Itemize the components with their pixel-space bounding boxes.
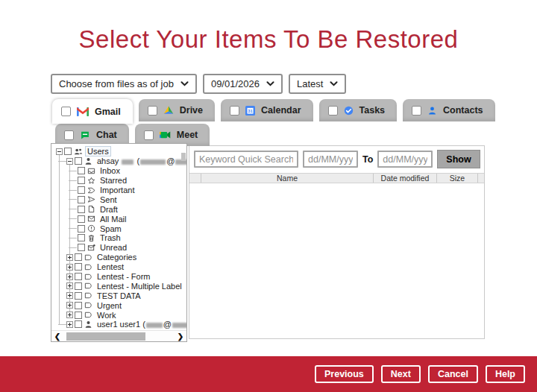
tree-label[interactable]: TEST DATA (95, 291, 142, 300)
tree-item-work[interactable]: Work (56, 310, 180, 320)
column-header-name[interactable]: Name (201, 174, 374, 183)
scroll-left-arrow-icon[interactable]: ❮ (51, 332, 63, 341)
date-from-input[interactable] (303, 151, 358, 168)
tree-checkbox[interactable] (78, 225, 85, 233)
tree-item-all-mail[interactable]: All Mail (56, 214, 180, 224)
tree-label[interactable]: Unread (98, 243, 128, 252)
drive-checkbox[interactable] (148, 106, 157, 116)
tree-label[interactable]: Spam (98, 224, 123, 233)
tree-label[interactable]: Starred (98, 176, 128, 185)
tree-checkbox[interactable] (78, 196, 85, 203)
tree-item-ahsay-account[interactable]: ahsay (@) (56, 157, 180, 166)
tree-checkbox[interactable] (75, 157, 82, 165)
tab-contacts[interactable]: Contacts (403, 99, 494, 121)
tree-item-lentest[interactable]: Lentest (56, 262, 180, 272)
collapse-toggle-icon[interactable] (56, 148, 63, 155)
cancel-button[interactable]: Cancel (428, 365, 478, 383)
tree-label[interactable]: Important (98, 186, 136, 195)
tree-checkbox[interactable] (75, 292, 82, 300)
tree-label[interactable]: Lentest - Form (95, 272, 152, 281)
tree-label[interactable]: Users (85, 146, 111, 157)
expand-toggle-icon[interactable] (66, 321, 73, 328)
tree-checkbox[interactable] (64, 148, 72, 155)
tree-item-user1-account[interactable]: user1 user1 (@) (56, 320, 180, 329)
job-date-select[interactable]: 09/01/2026 (203, 74, 283, 94)
tree-label[interactable]: Lentest (95, 262, 125, 271)
tree-label[interactable]: Work (95, 311, 117, 320)
tree-checkbox[interactable] (75, 253, 82, 261)
tree-item-test-data[interactable]: TEST DATA (56, 291, 180, 300)
tab-gmail[interactable]: Gmail (52, 99, 133, 124)
vertical-scrollbar-thumb[interactable] (181, 153, 186, 161)
job-source-select[interactable]: Choose from files as of job (51, 74, 197, 94)
calendar-checkbox[interactable] (230, 106, 239, 116)
tree-checkbox[interactable] (75, 302, 82, 309)
tree-label[interactable]: Sent (98, 195, 119, 204)
tree-item-users[interactable]: Users (56, 147, 180, 157)
tree-checkbox[interactable] (78, 177, 85, 184)
tree-item-spam[interactable]: Spam (56, 224, 180, 233)
expand-toggle-icon[interactable] (66, 292, 73, 299)
tree-label[interactable]: Trash (98, 233, 122, 242)
column-header-date-modified[interactable]: Date modified (374, 174, 437, 183)
tree-item-categories[interactable]: Categories (56, 253, 180, 262)
chat-checkbox[interactable] (64, 130, 74, 140)
column-header-blank-0[interactable] (189, 174, 201, 183)
tree-label[interactable]: All Mail (98, 215, 128, 224)
tree-checkbox[interactable] (78, 167, 85, 174)
tree-item-urgent[interactable]: Urgent (56, 300, 180, 310)
tree-label[interactable]: Lentest - Multiple Label (95, 282, 183, 291)
date-to-input[interactable] (377, 151, 433, 168)
expand-toggle-icon[interactable] (66, 312, 73, 318)
meet-checkbox[interactable] (144, 130, 154, 140)
column-header-blank-4[interactable] (478, 174, 484, 183)
tree-label[interactable]: user1 user1 (@) (95, 320, 187, 329)
next-button[interactable]: Next (381, 365, 421, 383)
horizontal-scrollbar-thumb[interactable] (66, 332, 145, 341)
tree-checkbox[interactable] (75, 263, 82, 271)
gmail-checkbox[interactable] (61, 107, 71, 116)
tree-checkbox[interactable] (78, 244, 85, 251)
tree-item-important[interactable]: Important (56, 186, 180, 195)
tree-item-lentest-form[interactable]: Lentest - Form (56, 272, 180, 282)
column-header-size[interactable]: Size (437, 174, 478, 183)
expand-toggle-icon[interactable] (66, 282, 73, 289)
tree-item-sent[interactable]: Sent (56, 195, 180, 204)
scroll-right-arrow-icon[interactable]: ❯ (175, 332, 186, 341)
tree-label[interactable]: ahsay (@) (95, 157, 187, 165)
tree-checkbox[interactable] (75, 312, 82, 319)
tasks-checkbox[interactable] (328, 106, 338, 116)
help-button[interactable]: Help (486, 365, 525, 383)
expand-toggle-icon[interactable] (66, 302, 73, 309)
tree-checkbox[interactable] (75, 320, 82, 328)
expand-toggle-icon[interactable] (66, 274, 73, 280)
tree-item-unread[interactable]: Unread (56, 243, 180, 253)
tree-checkbox[interactable] (75, 273, 82, 280)
tree-label[interactable]: Draft (98, 205, 119, 214)
tree-checkbox[interactable] (75, 282, 82, 290)
tab-calendar[interactable]: 31Calendar (221, 99, 313, 121)
previous-button[interactable]: Previous (315, 365, 374, 383)
tree-checkbox[interactable] (78, 186, 85, 194)
expand-toggle-icon[interactable] (66, 264, 73, 271)
keyword-search-input[interactable] (194, 151, 298, 168)
tree-item-trash[interactable]: Trash (56, 233, 180, 243)
tree-item-draft[interactable]: Draft (56, 204, 180, 214)
tree-item-lentest-multiple-label[interactable]: Lentest - Multiple Label (56, 281, 180, 291)
tab-tasks[interactable]: Tasks (319, 99, 398, 121)
tree-item-inbox[interactable]: Inbox (56, 166, 180, 176)
tree-checkbox[interactable] (78, 206, 85, 213)
horizontal-scrollbar[interactable]: ❮ ❯ (51, 330, 186, 341)
tab-drive[interactable]: Drive (139, 99, 215, 121)
collapse-toggle-icon[interactable] (66, 158, 73, 165)
tree-label[interactable]: Inbox (98, 166, 122, 175)
expand-toggle-icon[interactable] (66, 254, 73, 261)
job-time-select[interactable]: Latest (289, 74, 346, 94)
tree-item-starred[interactable]: Starred (56, 176, 180, 186)
contacts-checkbox[interactable] (412, 106, 421, 116)
tree-checkbox[interactable] (78, 215, 85, 223)
show-button[interactable]: Show (437, 150, 480, 168)
tree-label[interactable]: Categories (95, 253, 138, 262)
tree-label[interactable]: Urgent (95, 301, 123, 310)
tree-checkbox[interactable] (78, 234, 85, 241)
